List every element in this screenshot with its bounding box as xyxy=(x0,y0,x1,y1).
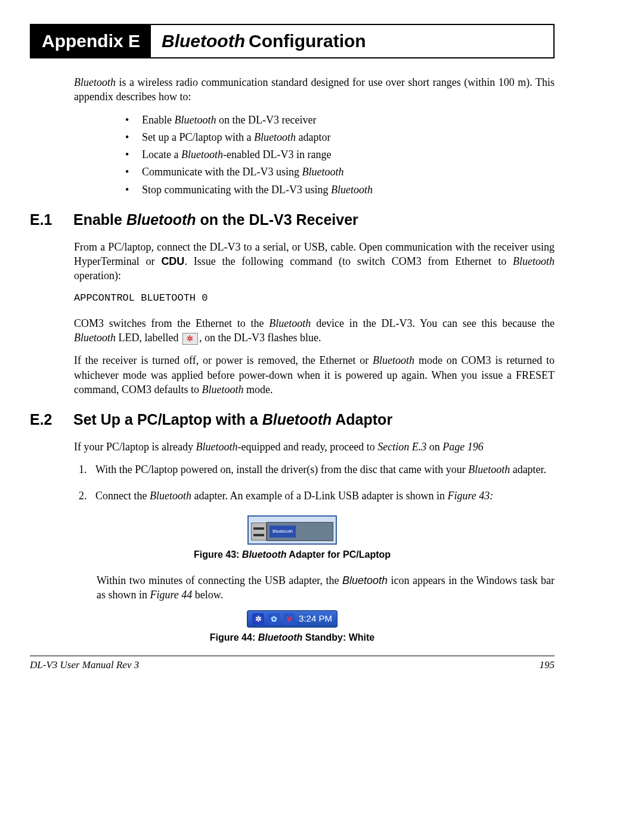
figure-44-caption: Figure 44: Bluetooth Standby: White xyxy=(30,631,555,644)
tray-icon: ✿ xyxy=(268,613,280,625)
e1-paragraph-3: If the receiver is turned off, or power … xyxy=(74,353,555,397)
section-number: E.1 xyxy=(30,210,69,230)
list-item: Set up a PC/laptop with a Bluetooth adap… xyxy=(125,130,555,144)
appendix-header: Appendix E Bluetooth Configuration xyxy=(30,24,555,58)
appendix-label: Appendix E xyxy=(31,25,151,57)
intro-bt: Bluetooth xyxy=(74,76,116,88)
list-item: Stop communicating with the DL-V3 using … xyxy=(125,183,555,197)
list-item: Enable Bluetooth on the DL-V3 receiver xyxy=(125,113,555,127)
appendix-title: Bluetooth Configuration xyxy=(151,25,377,57)
e1-paragraph-2: COM3 switches from the Ethernet to the B… xyxy=(74,316,555,345)
windows-tray: ✲ ✿ V 3:24 PM xyxy=(247,610,338,627)
appendix-title-bt: Bluetooth xyxy=(162,29,245,54)
intro-paragraph: Bluetooth is a wireless radio communicat… xyxy=(74,75,555,104)
usb-stick-icon: Bluetooth xyxy=(267,522,333,541)
footer-page-number: 195 xyxy=(540,659,555,672)
e2-steps: With the PC/laptop powered on, install t… xyxy=(89,462,555,503)
figure-43-caption: Figure 43: Bluetooth Adapter for PC/Lapt… xyxy=(30,548,555,561)
usb-plug-icon xyxy=(251,523,267,540)
intro-bullet-list: Enable Bluetooth on the DL-V3 receiver S… xyxy=(125,113,555,197)
figure-43: Bluetooth xyxy=(30,515,555,545)
e2-paragraph-1: If your PC/laptop is already Bluetooth-e… xyxy=(74,440,555,454)
tray-icon: V xyxy=(283,613,295,625)
section-e2-heading: E.2 Set Up a PC/Laptop with a Bluetooth … xyxy=(30,410,555,430)
footer-rule xyxy=(30,656,555,656)
section-number: E.2 xyxy=(30,410,69,430)
step-1: With the PC/laptop powered on, install t… xyxy=(89,462,555,477)
step-2: Connect the Bluetooth adapter. An exampl… xyxy=(89,489,555,503)
list-item: Locate a Bluetooth-enabled DL-V3 in rang… xyxy=(125,147,555,162)
appendix-title-rest: Configuration xyxy=(249,29,366,54)
figure-44: ✲ ✿ V 3:24 PM xyxy=(30,610,555,627)
section-e1-heading: E.1 Enable Bluetooth on the DL-V3 Receiv… xyxy=(30,210,555,230)
bluetooth-tray-icon: ✲ xyxy=(252,613,264,625)
usb-label: Bluetooth xyxy=(270,526,296,537)
e1-paragraph-1: From a PC/laptop, connect the DL-V3 to a… xyxy=(74,240,555,283)
command-text: APPCONTROL BLUETOOTH 0 xyxy=(74,292,555,305)
footer-left: DL-V3 User Manual Rev 3 xyxy=(30,659,139,672)
tray-clock: 3:24 PM xyxy=(299,613,332,625)
bluetooth-led-icon: ✲ xyxy=(182,333,198,345)
usb-adapter-image: Bluetooth xyxy=(247,515,337,545)
page-footer: DL-V3 User Manual Rev 3 195 xyxy=(30,659,555,672)
e2-paragraph-after-fig43: Within two minutes of connecting the USB… xyxy=(97,573,555,603)
list-item: Communicate with the DL-V3 using Bluetoo… xyxy=(125,165,555,179)
